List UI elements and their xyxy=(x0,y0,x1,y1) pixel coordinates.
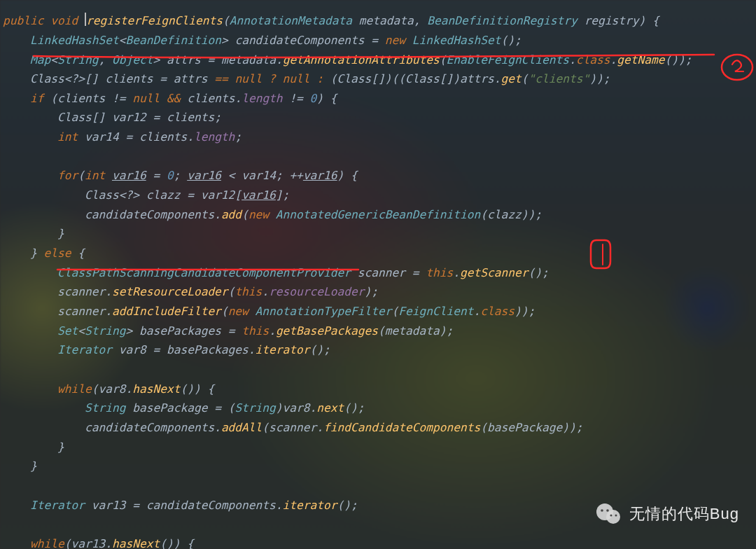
code-line[interactable] xyxy=(3,476,756,496)
code-token: && xyxy=(167,92,187,105)
code-token: . xyxy=(569,53,576,67)
code-token: Class xyxy=(337,72,372,85)
code-token: 0 xyxy=(310,92,317,105)
code-token: scanner = xyxy=(351,266,426,279)
code-token: clients = attrs xyxy=(105,72,214,85)
code-token: String xyxy=(234,401,275,415)
code-token: var16 xyxy=(187,169,221,182)
code-token: . xyxy=(453,266,460,279)
code-token xyxy=(3,459,30,473)
code-token: var16 xyxy=(112,169,146,182)
code-line[interactable]: } xyxy=(3,224,756,244)
code-token: )); xyxy=(522,208,542,221)
code-token: if xyxy=(30,92,50,105)
code-token: ( xyxy=(78,169,85,182)
code-token: int xyxy=(57,130,85,144)
code-token: metadata xyxy=(385,324,440,338)
code-line[interactable]: Class<?> clazz = var12[var16]; xyxy=(3,186,756,205)
code-token: class xyxy=(480,305,514,318)
code-token: ) { xyxy=(337,169,358,182)
code-token: basePackage = xyxy=(125,401,227,415)
code-token: iterator xyxy=(255,343,310,356)
code-token: AnnotationMetadata xyxy=(230,14,352,27)
code-line[interactable]: candidateComponents.add(new AnnotatedGen… xyxy=(3,205,756,225)
code-editor[interactable]: public void registerFeignClients(Annotat… xyxy=(0,11,756,538)
code-line[interactable]: scanner.addIncludeFilter(new AnnotationT… xyxy=(3,302,756,321)
code-token: scanner. xyxy=(57,305,112,318)
code-token: > xyxy=(153,53,160,67)
code-token xyxy=(3,363,10,376)
code-line[interactable]: LinkedHashSet<BeanDefinition> candidateC… xyxy=(3,31,756,50)
code-token: > xyxy=(125,324,139,338)
code-token: < var14; ++ xyxy=(221,169,303,182)
code-line[interactable]: while(var8.hasNext()) { xyxy=(3,380,756,399)
code-token: FeignClient xyxy=(398,305,473,318)
code-token: basePackage xyxy=(487,421,562,434)
code-token: ( xyxy=(241,208,248,221)
watermark: 无情的代码Bug xyxy=(594,500,739,528)
code-line[interactable]: } else { xyxy=(3,244,756,263)
code-line[interactable]: for(int var16 = 0; var16 < var14; ++var1… xyxy=(3,166,756,186)
code-token: LinkedHashSet xyxy=(30,34,119,47)
code-token: String xyxy=(57,53,98,67)
code-line[interactable]: String basePackage = (String)var8.next()… xyxy=(3,398,756,418)
code-token xyxy=(3,305,57,318)
code-token: ClassPathScanningCandidateComponentProvi… xyxy=(57,266,351,279)
code-token: else xyxy=(43,246,78,260)
code-token: (); xyxy=(528,266,548,279)
code-line[interactable]: Iterator var8 = basePackages.iterator(); xyxy=(3,340,756,360)
watermark-text: 无情的代码Bug xyxy=(629,504,739,524)
code-token: ) xyxy=(276,401,283,415)
code-token xyxy=(3,169,57,182)
code-line[interactable]: } xyxy=(3,438,756,457)
code-token: ; xyxy=(174,169,188,182)
code-line[interactable] xyxy=(3,147,756,167)
code-token: ) { xyxy=(316,92,337,105)
code-token: ( xyxy=(92,382,99,396)
code-token: Iterator xyxy=(57,343,112,356)
svg-point-4 xyxy=(601,509,603,512)
code-token: ( xyxy=(221,305,228,318)
code-line[interactable]: Class[] var12 = clients; xyxy=(3,108,756,127)
code-token xyxy=(3,53,30,67)
code-token: [] xyxy=(92,111,112,124)
code-token: registry xyxy=(578,14,639,27)
code-token: add xyxy=(221,208,241,221)
code-token xyxy=(3,266,57,279)
code-token xyxy=(3,421,85,434)
code-token: clients. xyxy=(187,92,241,105)
code-token xyxy=(3,537,30,549)
code-line[interactable]: } xyxy=(3,457,756,476)
code-line[interactable]: while(var13.hasNext()) { xyxy=(3,534,756,549)
code-line[interactable]: Class<?>[] clients = attrs == null ? nul… xyxy=(3,69,756,89)
code-token: this xyxy=(426,266,453,279)
code-line[interactable]: public void registerFeignClients(Annotat… xyxy=(3,11,756,31)
code-token xyxy=(3,440,57,454)
code-token: } xyxy=(30,459,37,473)
code-line[interactable]: candidateComponents.addAll(scanner.findC… xyxy=(3,418,756,438)
code-token: getScanner xyxy=(460,266,528,279)
code-token: var8 = basePackages. xyxy=(112,343,255,356)
code-token: new xyxy=(248,208,276,221)
code-line[interactable]: scanner.setResourceLoader(this.resourceL… xyxy=(3,282,756,302)
code-token: . xyxy=(262,285,269,298)
code-token: ( xyxy=(330,72,337,85)
code-token xyxy=(3,227,57,240)
code-token: . xyxy=(473,305,480,318)
code-line[interactable] xyxy=(3,360,756,380)
code-line[interactable]: int var14 = clients.length; xyxy=(3,127,756,147)
code-line[interactable]: Map<String, Object> attrs = metadata.get… xyxy=(3,50,756,70)
code-token: . xyxy=(269,324,276,338)
code-line[interactable]: if (clients != null && clients.length !=… xyxy=(3,89,756,109)
code-token: = xyxy=(146,169,167,182)
code-token: clazz = var12[ xyxy=(146,188,241,202)
code-token: , xyxy=(98,53,112,67)
svg-point-7 xyxy=(615,515,617,517)
code-token xyxy=(3,92,30,105)
code-token: ( xyxy=(378,324,385,338)
code-line[interactable]: Set<String> basePackages = this.getBaseP… xyxy=(3,321,756,341)
code-token: ( xyxy=(480,208,487,221)
code-token: (); xyxy=(500,34,521,47)
code-token xyxy=(3,324,57,338)
code-line[interactable]: ClassPathScanningCandidateComponentProvi… xyxy=(3,263,756,283)
